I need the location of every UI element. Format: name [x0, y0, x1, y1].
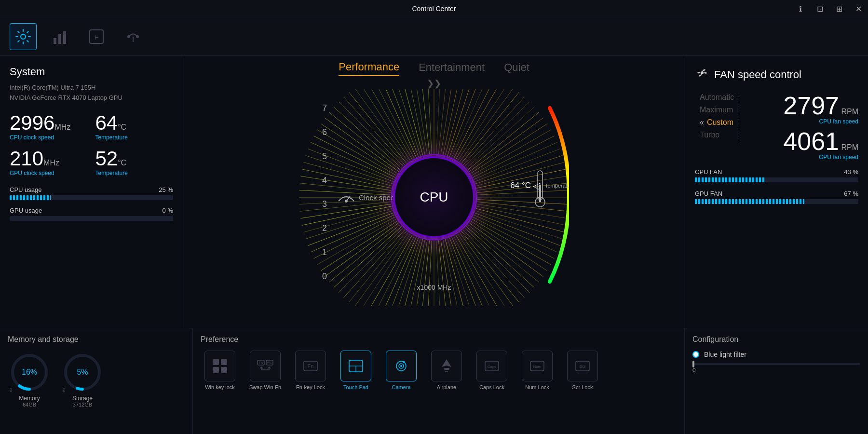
- nav-icon-fn[interactable]: F: [83, 23, 110, 50]
- close-button[interactable]: ✕: [849, 0, 868, 17]
- svg-point-162: [403, 361, 405, 363]
- tab-performance[interactable]: Performance: [339, 61, 399, 76]
- pref-fn-key-lock[interactable]: Fn Fn-key Lock: [291, 351, 330, 390]
- svg-line-11: [438, 89, 448, 154]
- svg-text:0: 0: [10, 387, 13, 393]
- pref-camera[interactable]: Camera: [382, 351, 420, 390]
- pref-swap-win-fn[interactable]: Fn Win Swap Win-Fn: [246, 351, 285, 390]
- pref-caps-lock[interactable]: Caps Caps Lock: [473, 351, 511, 390]
- stats-grid: 2996MHz CPU clock speed 64°C Temperature…: [10, 113, 173, 176]
- svg-line-54: [465, 228, 529, 293]
- memory-label: Memory: [19, 395, 40, 402]
- swap-win-fn-icon-box: Fn Win: [250, 351, 281, 381]
- cpu-circle: CPU: [393, 156, 475, 238]
- gpu-usage-pct: 0 %: [163, 207, 173, 214]
- gpu-fan-speed-block: 4061 RPM GPU fan speed: [744, 129, 858, 161]
- cpu-fan-usage-pct: 43 %: [844, 168, 858, 176]
- gpu-fan-bar-bg: [695, 199, 858, 204]
- pref-scr-lock[interactable]: Scr Scr Lock: [563, 351, 602, 390]
- caps-lock-label: Caps Lock: [479, 384, 504, 390]
- slider-handle[interactable]: [692, 361, 694, 367]
- svg-line-71: [420, 241, 430, 306]
- cpu-fan-bar-fill: [695, 177, 765, 182]
- gpu-fan-speed-unit: RPM: [841, 143, 858, 151]
- tab-entertainment[interactable]: Entertainment: [419, 61, 485, 76]
- svg-rect-135: [539, 185, 541, 202]
- svg-line-24: [465, 102, 529, 166]
- svg-line-59: [456, 235, 502, 306]
- gpu-clock-unit: MHz: [43, 159, 59, 167]
- usage-section: CPU usage 25 % GPU usage 0 %: [10, 186, 173, 221]
- svg-text:Caps: Caps: [488, 365, 497, 369]
- svg-line-128: [427, 89, 432, 154]
- nav-icon-bars[interactable]: [46, 23, 73, 50]
- nav-bar: F: [0, 17, 868, 56]
- airplane-icon-box: [431, 351, 462, 381]
- blue-light-row: Blue light filter: [692, 351, 860, 358]
- mode-tabs: Performance Entertainment Quiet: [339, 61, 529, 76]
- cpu-usage-bar-fill: [10, 195, 51, 200]
- pref-airplane[interactable]: Airplane: [427, 351, 466, 390]
- touch-pad-icon-box: [340, 351, 371, 381]
- gpu-usage-row: GPU usage 0 %: [10, 207, 173, 214]
- pref-touch-pad[interactable]: Touch Pad: [337, 351, 375, 390]
- fan-mode-maximum[interactable]: Maximum: [700, 106, 734, 114]
- svg-line-20: [458, 89, 507, 161]
- gpu-clock-value: 210: [10, 147, 43, 170]
- restore-button[interactable]: ⊡: [810, 0, 829, 17]
- right-panel: FAN speed control Automatic Maximum «Cus…: [685, 56, 868, 328]
- airplane-icon: [438, 357, 455, 375]
- nav-icon-settings[interactable]: [10, 23, 37, 50]
- svg-text:Num: Num: [533, 365, 542, 369]
- win-key-lock-label: Win key lock: [205, 384, 235, 390]
- svg-line-103: [302, 169, 392, 189]
- svg-rect-148: [213, 367, 219, 373]
- scr-lock-icon-box: Scr: [567, 351, 598, 381]
- svg-line-10: [436, 89, 441, 154]
- cpu-temp-stat: 64°C Temperature: [95, 113, 174, 141]
- blue-light-slider[interactable]: [692, 363, 860, 365]
- svg-text:5%: 5%: [77, 368, 88, 376]
- speedometer-icon: [338, 191, 355, 203]
- pref-win-key-lock[interactable]: Win key lock: [201, 351, 239, 390]
- svg-line-80: [361, 233, 410, 306]
- chevron-down-icon: ❯❯: [427, 78, 441, 89]
- svg-line-67: [438, 241, 448, 306]
- maximize-button[interactable]: ⊞: [829, 0, 849, 17]
- svg-line-58: [458, 233, 507, 306]
- storage-size: 3712GB: [72, 402, 93, 407]
- nav-icon-cable[interactable]: [120, 23, 147, 50]
- svg-rect-3: [63, 31, 66, 44]
- fan-mode-custom[interactable]: «Custom: [700, 118, 734, 127]
- blue-light-dot-icon: [692, 351, 699, 358]
- tab-quiet[interactable]: Quiet: [504, 61, 529, 76]
- bottom-section: Memory and storage 0 16% Memory 64GB 0: [0, 328, 868, 434]
- num-lock-icon: Num: [529, 357, 546, 375]
- svg-rect-163: [444, 368, 449, 370]
- gpu-fan-speed-value: 4061: [783, 127, 839, 155]
- svg-line-114: [339, 102, 403, 166]
- camera-icon: [393, 357, 410, 375]
- svg-line-107: [311, 142, 394, 179]
- pref-num-lock[interactable]: Num Num Lock: [518, 351, 556, 390]
- cpu-temp-unit: °C: [118, 123, 126, 131]
- fan-mode-automatic[interactable]: Automatic: [700, 93, 734, 102]
- left-panel: System Intel(R) Core(TM) Ultra 7 155H NV…: [0, 56, 183, 328]
- gpu-temp-stat: 52°C Temperature: [95, 149, 174, 176]
- svg-line-97: [300, 202, 391, 211]
- blue-light-label: Blue light filter: [704, 351, 746, 358]
- svg-point-0: [21, 34, 26, 39]
- info-button[interactable]: ℹ: [791, 0, 810, 17]
- memory-size: 64GB: [19, 402, 40, 407]
- gpu-clock-label: GPU clock speed: [10, 170, 88, 176]
- mode-divider: [739, 95, 739, 143]
- svg-line-92: [308, 213, 393, 245]
- svg-line-112: [329, 112, 400, 170]
- gpu-fan-bar-fill: [695, 199, 804, 204]
- svg-text:0: 0: [63, 387, 66, 393]
- preference-panel: Preference Win key lock: [193, 328, 685, 434]
- fan-mode-turbo[interactable]: Turbo: [700, 131, 734, 139]
- svg-line-127: [420, 89, 430, 154]
- fan-header: FAN speed control: [695, 66, 858, 83]
- svg-line-95: [302, 206, 392, 226]
